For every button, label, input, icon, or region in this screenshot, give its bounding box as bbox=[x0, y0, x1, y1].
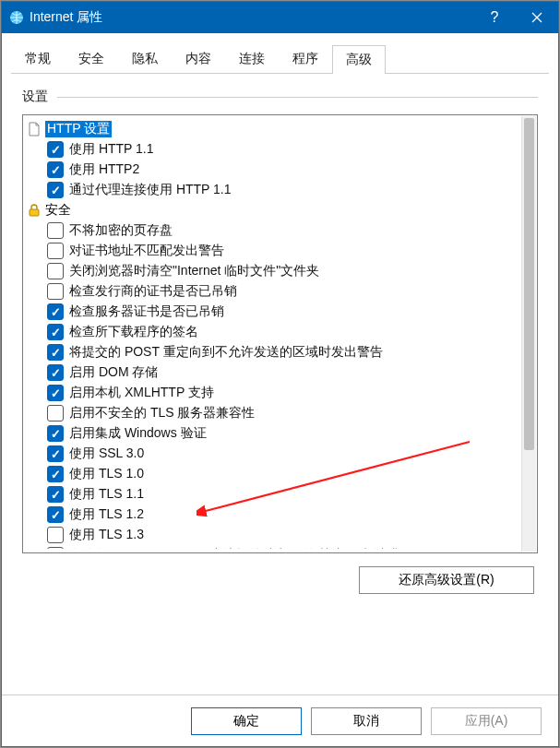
tree-item[interactable]: 启用不安全的 TLS 服务器兼容性 bbox=[27, 403, 533, 423]
ok-button[interactable]: 确定 bbox=[191, 707, 302, 735]
section-header: 设置 bbox=[22, 89, 538, 105]
checkbox[interactable] bbox=[47, 385, 64, 401]
checkbox[interactable] bbox=[47, 405, 64, 421]
tree-item-label: 使用 SSL 3.0 bbox=[69, 445, 144, 462]
tree-item[interactable]: 检查发行商的证书是否已吊销 bbox=[27, 281, 533, 302]
tree-item-label: 启用本机 XMLHTTP 支持 bbox=[69, 385, 214, 401]
checkbox[interactable] bbox=[47, 283, 64, 300]
checkbox[interactable] bbox=[47, 445, 64, 462]
checkbox[interactable] bbox=[47, 425, 64, 442]
app-icon bbox=[9, 10, 24, 25]
apply-button[interactable]: 应用(A) bbox=[431, 707, 542, 735]
checkbox[interactable] bbox=[47, 364, 64, 381]
tree-item-label: 关闭浏览器时清空"Internet 临时文件"文件夹 bbox=[69, 263, 319, 279]
checkbox[interactable] bbox=[47, 486, 64, 503]
tree-item-label: 检查服务器证书是否已吊销 bbox=[69, 303, 224, 320]
checkbox[interactable] bbox=[47, 527, 64, 543]
tree-item[interactable]: 检查所下载程序的签名 bbox=[27, 322, 533, 342]
tree-item[interactable]: 启用 DOM 存储 bbox=[27, 362, 533, 383]
window-title: Internet 属性 bbox=[30, 9, 102, 26]
close-button[interactable] bbox=[516, 2, 558, 33]
tree-item[interactable]: 启用本机 XMLHTTP 支持 bbox=[27, 383, 533, 403]
tree-item-label: 通过代理连接使用 HTTP 1.1 bbox=[69, 182, 232, 198]
checkbox[interactable] bbox=[47, 344, 64, 361]
tab-privacy[interactable]: 隐私 bbox=[118, 44, 172, 73]
title-bar: Internet 属性 ? bbox=[2, 2, 558, 33]
tree-item-label: 使用 TLS 1.3 bbox=[69, 527, 144, 543]
tree-item-label: 使用 TLS 1.2 bbox=[69, 506, 144, 523]
tree-item-label: 对证书地址不匹配发出警告 bbox=[69, 243, 224, 259]
tree-item-label: 启用不安全的 TLS 服务器兼容性 bbox=[69, 405, 255, 421]
tree-item[interactable]: 使用 TLS 1.1 bbox=[27, 484, 533, 505]
svg-rect-1 bbox=[30, 209, 39, 216]
tree-item-label: 检查发行商的证书是否已吊销 bbox=[69, 283, 237, 300]
checkbox[interactable] bbox=[47, 466, 64, 482]
tree-item[interactable]: 使用 TLS 1.3 bbox=[27, 525, 533, 545]
advanced-pane: 设置 HTTP 设置使用 HTTP 1.1使用 HTTP2通过代理连接使用 HT… bbox=[11, 74, 549, 685]
content-area: 常规 安全 隐私 内容 连接 程序 高级 设置 HTTP 设置使用 HTTP 1… bbox=[2, 33, 558, 695]
tab-programs[interactable]: 程序 bbox=[279, 44, 332, 73]
dialog-footer: 确定 取消 应用(A) bbox=[2, 695, 558, 746]
tree-item[interactable]: 将提交的 POST 重定向到不允许发送的区域时发出警告 bbox=[27, 342, 533, 362]
section-label: 设置 bbox=[22, 89, 48, 105]
tree-item-label: 不将加密的页存盘 bbox=[69, 222, 173, 239]
checkbox[interactable] bbox=[47, 243, 64, 259]
checkbox[interactable] bbox=[47, 161, 64, 178]
tab-advanced[interactable]: 高级 bbox=[332, 45, 386, 74]
checkbox[interactable] bbox=[47, 182, 64, 198]
checkbox[interactable] bbox=[47, 222, 64, 239]
checkbox[interactable] bbox=[47, 263, 64, 279]
tree-item[interactable]: 检查服务器证书是否已吊销 bbox=[27, 302, 533, 322]
tree-item[interactable]: 关闭浏览器时清空"Internet 临时文件"文件夹 bbox=[27, 261, 533, 281]
settings-tree[interactable]: HTTP 设置使用 HTTP 1.1使用 HTTP2通过代理连接使用 HTTP … bbox=[22, 114, 538, 553]
tab-connections[interactable]: 连接 bbox=[225, 44, 279, 73]
cancel-button[interactable]: 取消 bbox=[311, 707, 422, 735]
dialog-window: Internet 属性 ? 常规 安全 隐私 内容 连接 程序 高级 设置 HT… bbox=[1, 1, 559, 747]
scrollbar[interactable] bbox=[521, 116, 536, 552]
tree-item[interactable]: 使用 HTTP2 bbox=[27, 160, 533, 180]
close-icon bbox=[531, 12, 542, 23]
tree-item-label: 启用 DOM 存储 bbox=[69, 364, 158, 381]
tree-item-label: 启用集成 Windows 验证 bbox=[69, 425, 207, 442]
checkbox[interactable] bbox=[47, 547, 64, 549]
restore-defaults-button[interactable]: 还原高级设置(R) bbox=[359, 566, 534, 594]
tree-group[interactable]: HTTP 设置 bbox=[27, 119, 533, 139]
tree-item[interactable]: 使用 TLS 1.0 bbox=[27, 464, 533, 484]
tab-strip: 常规 安全 隐私 内容 连接 程序 高级 bbox=[11, 41, 549, 74]
tree-item[interactable]: 通过代理连接使用 HTTP 1.1 bbox=[27, 180, 533, 200]
tree-item-label: 检查所下载程序的签名 bbox=[69, 324, 198, 340]
section-divider bbox=[57, 97, 538, 98]
tree-item-label: 向你在 Internet Explorer 中访问的站点发送"禁止跟踪"请求* bbox=[69, 547, 406, 549]
scrollbar-thumb[interactable] bbox=[524, 118, 534, 450]
tree-item-label: 使用 TLS 1.1 bbox=[69, 486, 144, 503]
tree-item-label: 使用 TLS 1.0 bbox=[69, 466, 144, 482]
checkbox[interactable] bbox=[47, 324, 64, 340]
tree-group-label: 安全 bbox=[45, 202, 71, 219]
tree-item[interactable]: 使用 TLS 1.2 bbox=[27, 505, 533, 525]
checkbox[interactable] bbox=[47, 303, 64, 320]
tree-item[interactable]: 使用 SSL 3.0 bbox=[27, 444, 533, 464]
tree-item-label: 使用 HTTP2 bbox=[69, 161, 139, 178]
tree-item-label: 将提交的 POST 重定向到不允许发送的区域时发出警告 bbox=[69, 344, 383, 361]
page-icon bbox=[27, 122, 42, 137]
tree-item-label: 使用 HTTP 1.1 bbox=[69, 141, 154, 158]
checkbox[interactable] bbox=[47, 141, 64, 158]
tree-group-label: HTTP 设置 bbox=[45, 121, 112, 137]
tab-general[interactable]: 常规 bbox=[11, 44, 65, 73]
tree-item[interactable]: 使用 HTTP 1.1 bbox=[27, 139, 533, 160]
lock-icon bbox=[27, 203, 42, 218]
tree-item[interactable]: 对证书地址不匹配发出警告 bbox=[27, 241, 533, 261]
tree-item[interactable]: 不将加密的页存盘 bbox=[27, 220, 533, 241]
tab-content[interactable]: 内容 bbox=[172, 44, 225, 73]
tree-item[interactable]: 启用集成 Windows 验证 bbox=[27, 423, 533, 444]
tab-security[interactable]: 安全 bbox=[65, 44, 118, 73]
tree-item[interactable]: 向你在 Internet Explorer 中访问的站点发送"禁止跟踪"请求* bbox=[27, 545, 533, 549]
help-button[interactable]: ? bbox=[473, 2, 516, 33]
tree-group[interactable]: 安全 bbox=[27, 200, 533, 220]
checkbox[interactable] bbox=[47, 506, 64, 523]
